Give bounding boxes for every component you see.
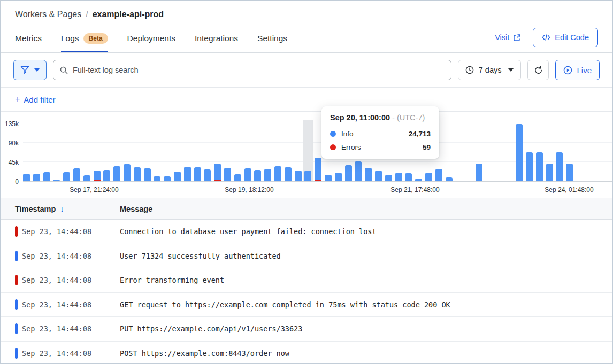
chart-bar[interactable] (94, 171, 101, 181)
chart-bar[interactable] (405, 173, 412, 181)
log-row[interactable]: Sep 23, 14:44:08PUT https://example.com/… (1, 317, 612, 342)
chart-bar[interactable] (103, 170, 110, 181)
chart-bar[interactable] (536, 152, 543, 181)
tab-deployments[interactable]: Deployments (127, 33, 175, 52)
error-segment (94, 180, 101, 181)
filter-row: + Add filter (1, 88, 612, 112)
log-row[interactable]: Sep 23, 14:44:08Connection to database u… (1, 220, 612, 244)
chart-bar[interactable] (204, 169, 211, 181)
chart-bar[interactable] (254, 170, 261, 181)
chart-bar[interactable] (556, 152, 563, 181)
chart-bar[interactable] (304, 171, 311, 181)
log-row[interactable]: Sep 23, 14:44:08GET request to https://e… (1, 293, 612, 317)
column-header-message[interactable]: Message (120, 205, 152, 213)
timestamp-cell: Sep 23, 14:44:08 (22, 276, 120, 284)
error-segment (214, 180, 221, 181)
tab-settings[interactable]: Settings (257, 33, 287, 52)
chart-bar[interactable] (134, 167, 141, 181)
chart-bar[interactable] (516, 124, 523, 181)
message-cell: POST https://example.com:8443/order–now (120, 349, 289, 358)
tab-bar: MetricsLogsBetaDeploymentsIntegrationsSe… (15, 28, 598, 52)
chart-bar[interactable] (395, 173, 402, 181)
chart-bar[interactable] (264, 169, 271, 181)
info-level-indicator (15, 323, 18, 334)
chart-bar[interactable] (184, 167, 191, 181)
tab-label: Deployments (127, 34, 175, 43)
chart-bar[interactable] (435, 169, 442, 181)
chart-bar[interactable] (295, 171, 302, 181)
breadcrumb-section[interactable]: Workers & Pages (15, 10, 81, 19)
breadcrumb-separator: / (86, 10, 88, 19)
play-circle-icon (563, 66, 572, 75)
column-header-timestamp[interactable]: Timestamp ↓ (15, 204, 120, 213)
chart-bar[interactable] (375, 171, 382, 181)
time-range-select[interactable]: 7 days (458, 60, 522, 80)
live-button[interactable]: Live (555, 60, 600, 80)
chart-bar[interactable] (194, 167, 201, 181)
log-row[interactable]: Sep 23, 14:44:08POST https://example.com… (1, 342, 612, 364)
chart-bar[interactable] (365, 168, 372, 181)
log-row[interactable]: Sep 23, 14:44:08User 71324 successfully … (1, 244, 612, 269)
tab-actions: Visit Edit Code (495, 28, 598, 52)
chart-bar[interactable] (214, 164, 221, 181)
chart-bar[interactable] (23, 174, 30, 181)
chart-bar[interactable] (425, 173, 432, 181)
edit-code-button[interactable]: Edit Code (533, 28, 598, 47)
tab-logs[interactable]: LogsBeta (61, 33, 108, 52)
chart-bar[interactable] (234, 174, 241, 181)
chart-bar[interactable] (274, 166, 281, 181)
chart-bar[interactable] (335, 173, 342, 181)
chart-bar[interactable] (124, 164, 131, 181)
chart-bar[interactable] (385, 175, 392, 181)
visit-link[interactable]: Visit (495, 33, 521, 42)
tooltip-row-info: Info24,713 (330, 130, 431, 138)
chart-bar[interactable] (415, 179, 422, 181)
tab-label: Integrations (195, 34, 238, 43)
chart-bar[interactable] (566, 164, 573, 181)
add-filter-label: Add filter (24, 95, 55, 104)
info-level-indicator (15, 348, 18, 359)
add-filter-button[interactable]: + Add filter (15, 95, 56, 104)
chart-bar[interactable] (63, 172, 70, 181)
y-tick-label: 90k (1, 140, 19, 147)
page-header: Workers & Pages / example-api-prod Metri… (1, 1, 612, 53)
chart-bar[interactable] (546, 164, 553, 181)
chart-bar[interactable] (526, 152, 533, 181)
chart-bar[interactable] (83, 175, 90, 181)
chart-plot-area[interactable] (23, 120, 612, 182)
chart-bar[interactable] (355, 161, 362, 181)
tab-integrations[interactable]: Integrations (195, 33, 238, 52)
chart-bar[interactable] (113, 166, 120, 181)
gridline (23, 123, 612, 123)
gridline (23, 142, 612, 143)
chart-bar[interactable] (73, 168, 80, 181)
tooltip-legend: Info24,713Errors59 (330, 130, 431, 151)
chart-bar[interactable] (154, 176, 160, 181)
chart-bar[interactable] (33, 174, 40, 181)
tooltip-time: Sep 20, 11:00:00 (330, 113, 390, 122)
log-row[interactable]: Sep 23, 14:44:08Error transforming event (1, 268, 612, 293)
chart-bar[interactable] (325, 175, 332, 181)
code-icon (542, 34, 550, 41)
search-input[interactable] (73, 66, 445, 74)
filter-menu-button[interactable] (13, 60, 47, 80)
chart-bar[interactable] (224, 168, 231, 181)
chart-bar[interactable] (244, 168, 251, 181)
chart-bar[interactable] (476, 164, 482, 181)
chart-bar[interactable] (345, 165, 352, 181)
tab-metrics[interactable]: Metrics (15, 33, 42, 52)
chart-bar[interactable] (144, 168, 151, 181)
sort-desc-icon[interactable]: ↓ (60, 204, 64, 213)
chart-bar[interactable] (53, 180, 60, 181)
refresh-button[interactable] (527, 60, 549, 80)
chart-bar[interactable] (315, 158, 321, 181)
y-tick-label: 0 (1, 178, 19, 185)
chart-bar[interactable] (174, 172, 181, 181)
chart-bar[interactable] (446, 177, 453, 181)
chart-bar[interactable] (43, 172, 50, 181)
refresh-icon (534, 66, 543, 75)
tooltip-series-value: 24,713 (409, 130, 431, 138)
chart-bar[interactable] (285, 167, 292, 181)
chart-bar[interactable] (164, 176, 171, 181)
search-icon (60, 66, 68, 74)
